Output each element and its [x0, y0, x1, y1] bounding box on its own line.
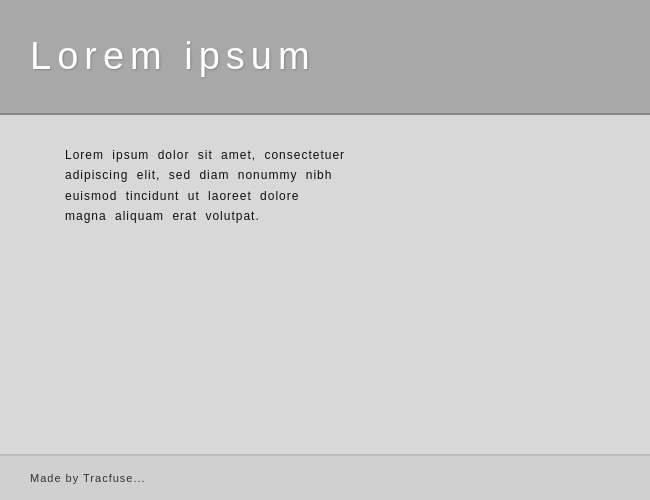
lorem-paragraph: Lorem ipsum dolor sit amet, consectetuer… [65, 145, 585, 227]
footer-credit: Made by Tracfuse... [30, 472, 146, 484]
main-content: Lorem ipsum dolor sit amet, consectetuer… [0, 115, 650, 455]
header: Lorem ipsum [0, 0, 650, 115]
footer: Made by Tracfuse... [0, 455, 650, 500]
page-title: Lorem ipsum [30, 35, 316, 78]
